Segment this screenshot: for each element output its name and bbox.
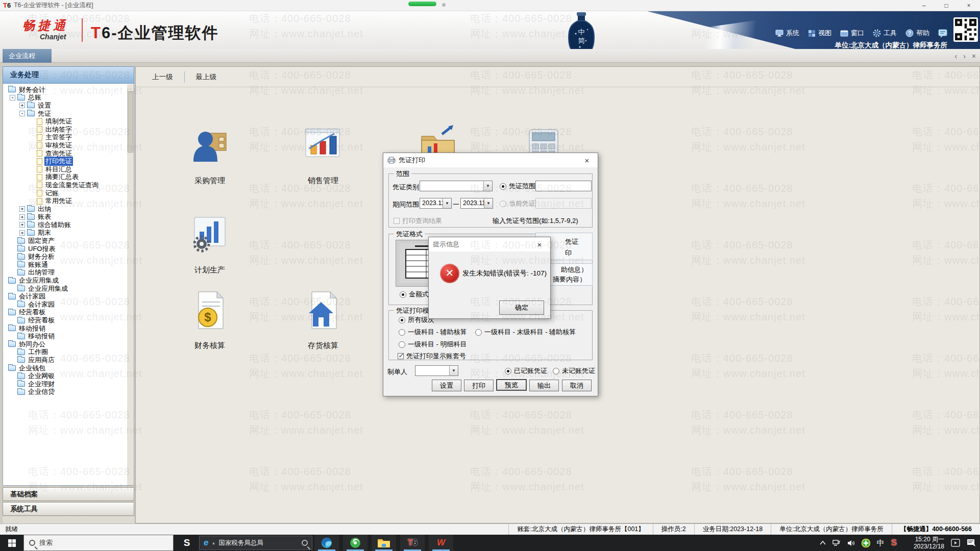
settings-button[interactable]: 设置	[432, 380, 461, 391]
tree-item[interactable]: UFO报表	[3, 245, 134, 253]
module-plan[interactable]: 计划生产	[178, 214, 241, 275]
tree-item[interactable]: 经营看板	[3, 309, 134, 317]
tree-item[interactable]: +账表	[3, 213, 134, 221]
tab-close-icon[interactable]: ×	[972, 52, 976, 60]
tree-item[interactable]: 固定资产	[3, 237, 134, 245]
tree-item[interactable]: 企业网银	[3, 372, 134, 380]
taskbar-explorer-app[interactable]	[372, 535, 396, 551]
taskbar-address-bar[interactable]: e ▲ 国家税务局总局	[199, 536, 312, 550]
taskbar-search-input[interactable]: 搜索	[23, 535, 174, 551]
period-from-select[interactable]: 2023.11	[420, 198, 452, 209]
ime-indicator[interactable]: 中	[877, 538, 885, 548]
menu-window[interactable]: 窗口	[840, 29, 864, 38]
tree-item[interactable]: 出纳管理	[3, 269, 134, 277]
tree-item[interactable]: 记账	[3, 189, 134, 197]
taskbar-edge-app[interactable]	[314, 535, 339, 551]
maker-select[interactable]	[415, 365, 458, 376]
unposted-voucher-radio[interactable]: 未记账凭证	[553, 366, 595, 375]
sogou-icon[interactable]: S	[891, 538, 897, 548]
tree-item[interactable]: 填制凭证	[3, 117, 134, 126]
menu-tools[interactable]: 工具	[873, 29, 897, 38]
tree-item[interactable]: +综合辅助账	[3, 221, 134, 229]
mode-l1-last-aux-radio[interactable]: 一级科目 - 末级科目 - 辅助核算	[475, 328, 576, 337]
current-voucher-radio[interactable]: 当前凭证	[500, 199, 535, 208]
output-button[interactable]: 输出	[529, 380, 559, 391]
tree-item[interactable]: 财务会计	[3, 86, 134, 94]
tree-item[interactable]: 审核凭证	[3, 141, 134, 149]
tree-item[interactable]: 经营看板	[3, 316, 134, 324]
mode-l1-aux-radio[interactable]: 一级科目 - 辅助核算	[399, 328, 467, 337]
volume-icon[interactable]	[847, 540, 855, 546]
tree-item[interactable]: 查询凭证	[3, 149, 134, 158]
tab-scroll-left-icon[interactable]: ‹	[954, 52, 957, 60]
print-query-checkbox[interactable]: 打印查询结果	[394, 216, 442, 226]
tray-chevron-icon[interactable]	[820, 541, 826, 545]
voucher-range-input[interactable]	[535, 181, 592, 191]
tree-item[interactable]: 账账通	[3, 261, 134, 269]
tree-item[interactable]: -总账	[3, 94, 134, 102]
print-button[interactable]: 打印	[464, 380, 494, 391]
tree-item[interactable]: 企业应用集成	[3, 277, 134, 285]
menu-view[interactable]: 视图	[808, 29, 831, 38]
notification-comment-icon[interactable]	[967, 539, 976, 547]
tree-item[interactable]: 协同办公	[3, 340, 134, 348]
tree-item[interactable]: 移动报销	[3, 332, 134, 340]
collapse-icon[interactable]: -	[10, 95, 15, 101]
scrollbar-thumb[interactable]	[128, 91, 133, 153]
expand-icon[interactable]: +	[19, 206, 25, 212]
tree-item[interactable]: 企业信贷	[3, 388, 134, 396]
network-icon[interactable]	[832, 539, 841, 546]
expand-icon[interactable]: +	[19, 103, 25, 108]
preview-button[interactable]: 预览	[496, 379, 527, 391]
module-finance[interactable]: $财务核算	[178, 290, 241, 350]
tree-item[interactable]: 现金流量凭证查询	[3, 181, 134, 189]
tree-item[interactable]: 会计家园	[3, 292, 134, 300]
tree-item[interactable]: 摘要汇总表	[3, 173, 134, 182]
start-button[interactable]	[0, 535, 23, 551]
tree-item[interactable]: 主管签字	[3, 134, 134, 142]
antivirus-icon[interactable]	[862, 539, 870, 547]
taskbar-t6-app[interactable]: T6	[400, 535, 425, 551]
taskbar-360-app[interactable]	[343, 535, 368, 551]
expand-icon[interactable]: +	[19, 214, 25, 220]
close-button[interactable]: ×	[958, 0, 980, 11]
module-purchase[interactable]: 采购管理	[178, 125, 241, 186]
tab-enterprise-flow[interactable]: 企业流程	[3, 49, 52, 63]
error-close-icon[interactable]: ×	[533, 240, 546, 249]
dialog-close-icon[interactable]: ×	[580, 156, 594, 165]
up-level-button[interactable]: 上一级	[145, 70, 180, 84]
expand-icon[interactable]: +	[19, 230, 25, 236]
minimize-button[interactable]: –	[913, 0, 935, 11]
top-level-button[interactable]: 最上级	[189, 70, 224, 84]
collapse-icon[interactable]: -	[19, 111, 25, 116]
module-inventory[interactable]: 存货核算	[291, 290, 355, 350]
mode-l1-detail-radio[interactable]: 一级科目 - 明细科目	[399, 340, 467, 349]
tab-scroll-right-icon[interactable]: ›	[963, 52, 966, 60]
taskbar-clock[interactable]: 15:20 周一 2023/12/18	[903, 536, 944, 550]
chat-icon[interactable]	[938, 29, 947, 38]
voucher-range-radio[interactable]: 凭证范围	[500, 182, 535, 191]
tree-item[interactable]: 企业理财	[3, 380, 134, 388]
tree-item[interactable]: +出纳	[3, 205, 134, 213]
tree-item[interactable]: 科目汇总	[3, 165, 134, 173]
media-play-icon[interactable]	[951, 539, 960, 547]
tree-item[interactable]: 企业钱包	[3, 364, 134, 372]
voucher-type-select[interactable]	[420, 181, 493, 191]
tree-item[interactable]: 出纳签字	[3, 126, 134, 134]
tree-item[interactable]: 打印凭证	[3, 157, 134, 165]
tree-item[interactable]: +设置	[3, 102, 134, 110]
sidebar-button-system-tools[interactable]: 系统工具	[3, 502, 134, 516]
module-sales[interactable]: 销售管理	[291, 125, 355, 186]
cancel-button[interactable]: 取消	[562, 380, 592, 391]
tree-item[interactable]: 移动报销	[3, 324, 134, 333]
tree-item[interactable]: 工作圈	[3, 348, 134, 357]
tree-item[interactable]: -凭证	[3, 110, 134, 118]
menu-system[interactable]: 系统	[775, 29, 799, 38]
show-book-number-checkbox[interactable]: 凭证打印显示账套号	[398, 352, 466, 361]
maximize-button[interactable]: □	[935, 0, 958, 11]
sidebar-scrollbar[interactable]	[127, 84, 134, 485]
posted-voucher-radio[interactable]: 已记账凭证	[505, 366, 547, 375]
amount-style-radio[interactable]: 金额式	[400, 290, 429, 299]
tree-item[interactable]: 应用商店	[3, 356, 134, 364]
ok-button[interactable]: 确定	[499, 300, 544, 315]
